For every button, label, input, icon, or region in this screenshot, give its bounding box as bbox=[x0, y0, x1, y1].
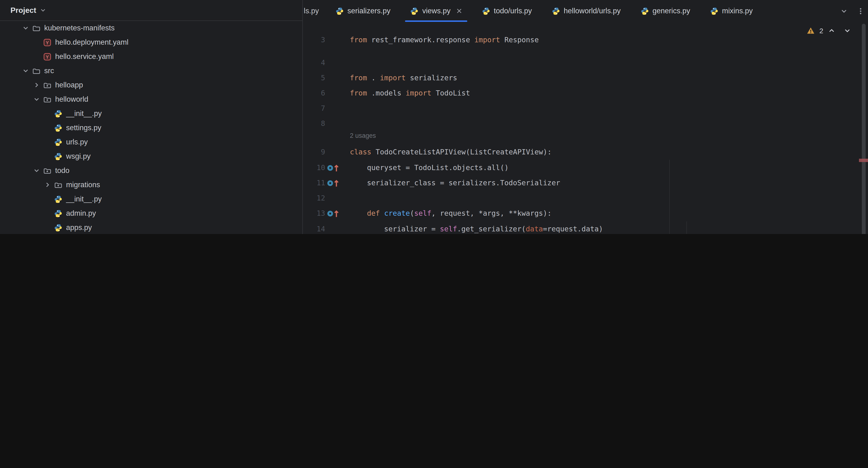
project-tree-item-kubernetes-manifests[interactable]: kubernetes-manifests bbox=[0, 21, 302, 35]
project-tree-item-admin-py[interactable]: admin.py bbox=[0, 206, 302, 221]
tree-item-label: urls.py bbox=[66, 138, 88, 146]
project-tree-item--init-py[interactable]: __init__.py bbox=[0, 106, 302, 121]
tab-label: helloworld/urls.py bbox=[564, 7, 621, 15]
line-number[interactable]: 12 bbox=[303, 191, 325, 206]
chevron-down-icon bbox=[40, 7, 46, 13]
svg-text:Y: Y bbox=[45, 40, 49, 45]
override-gutter-icon[interactable] bbox=[327, 164, 339, 172]
package-icon bbox=[43, 167, 51, 175]
tree-item-label: hello.service.yaml bbox=[55, 52, 114, 61]
python-file-icon bbox=[336, 7, 344, 15]
code-text: serializer = self.get_serializer(data=re… bbox=[350, 222, 603, 234]
code-text: from .models import TodoList bbox=[350, 86, 470, 101]
python-file-icon bbox=[410, 7, 418, 15]
code-line-6: 6from .models import TodoList bbox=[303, 86, 868, 101]
line-number[interactable]: 6 bbox=[303, 86, 325, 101]
package-icon bbox=[54, 181, 62, 189]
line-number[interactable]: 4 bbox=[303, 55, 325, 70]
tab-label: todo/urls.py bbox=[494, 7, 532, 15]
chevron-down-icon[interactable] bbox=[33, 167, 40, 174]
code-line-9: 9class TodoCreateListAPIView(ListCreateA… bbox=[303, 144, 868, 160]
editor-tab-todo-urls-py[interactable]: todo/urls.py bbox=[472, 0, 542, 22]
tree-item-label: apps.py bbox=[66, 223, 92, 232]
package-icon bbox=[43, 95, 51, 103]
editor-tab-ls-py[interactable]: ls.py bbox=[303, 0, 326, 22]
project-tree-item-wsgi-py[interactable]: wsgi.py bbox=[0, 149, 302, 163]
chevron-down-icon[interactable] bbox=[22, 67, 29, 74]
line-number[interactable]: 14 bbox=[303, 222, 325, 234]
python-icon bbox=[54, 152, 62, 160]
line-number[interactable]: 10 bbox=[303, 160, 325, 175]
editor-tab-helloworld-urls-py[interactable]: helloworld/urls.py bbox=[542, 0, 631, 22]
tab-label: serializers.py bbox=[347, 7, 391, 15]
tree-item-label: wsgi.py bbox=[66, 152, 91, 161]
line-number[interactable]: 5 bbox=[303, 70, 325, 86]
python-icon bbox=[54, 138, 62, 146]
python-icon bbox=[54, 224, 62, 232]
tree-item-label: src bbox=[44, 67, 54, 75]
line-number[interactable]: 13 bbox=[303, 206, 325, 221]
project-tree-item-helloapp[interactable]: helloapp bbox=[0, 78, 302, 92]
chevron-down-icon[interactable] bbox=[22, 25, 29, 31]
yaml-icon: Y bbox=[43, 53, 51, 61]
editor-tab-mixins-py[interactable]: mixins.py bbox=[700, 0, 763, 22]
code-text: queryset = TodoList.objects.all() bbox=[350, 160, 508, 175]
code-line-7: 7 bbox=[303, 101, 868, 116]
chevron-right-icon[interactable] bbox=[33, 82, 40, 88]
tab-label: mixins.py bbox=[722, 7, 753, 15]
line-number[interactable]: 8 bbox=[303, 116, 325, 131]
tree-item-label: todo bbox=[55, 166, 69, 175]
code-line-14: 14serializer = self.get_serializer(data=… bbox=[303, 222, 868, 234]
code-line-10: 10queryset = TodoList.objects.all() bbox=[303, 160, 868, 175]
tab-bar-extra bbox=[840, 0, 864, 22]
project-tree-item-urls-py[interactable]: urls.py bbox=[0, 135, 302, 149]
code-text: serializer_class = serializers.TodoSeria… bbox=[350, 175, 560, 191]
code-line-3: 3from rest_framework.response import Res… bbox=[303, 32, 868, 47]
project-tree-item-src[interactable]: src bbox=[0, 64, 302, 78]
python-file-icon bbox=[641, 7, 649, 15]
project-tree-item-settings-py[interactable]: settings.py bbox=[0, 121, 302, 135]
python-icon bbox=[54, 109, 62, 118]
tree-item-label: migrations bbox=[66, 180, 100, 189]
editor-tab-bar: ls.pyserializers.pyviews.pytodo/urls.pyh… bbox=[303, 0, 868, 22]
project-tree-item-hello-deployment-yaml[interactable]: Yhello.deployment.yaml bbox=[0, 35, 302, 49]
line-number[interactable]: 11 bbox=[303, 175, 325, 191]
tab-list-chevron-icon[interactable] bbox=[840, 7, 847, 14]
tree-item-label: helloworld bbox=[55, 95, 88, 104]
line-number[interactable]: 7 bbox=[303, 101, 325, 116]
project-tree-item-migrations[interactable]: migrations bbox=[0, 178, 302, 192]
close-icon[interactable] bbox=[456, 8, 462, 14]
python-file-icon bbox=[710, 7, 718, 15]
code-text: from rest_framework.response import Resp… bbox=[350, 32, 539, 47]
editor-tab-generics-py[interactable]: generics.py bbox=[630, 0, 700, 22]
project-tree-item--init-py[interactable]: __init__.py bbox=[0, 192, 302, 206]
code-line-5: 5from . import serializers bbox=[303, 70, 868, 86]
python-icon bbox=[54, 124, 62, 132]
editor-tab-views-py[interactable]: views.py bbox=[401, 0, 472, 22]
code-text: def create(self, request, *args, **kwarg… bbox=[350, 206, 552, 221]
tree-item-label: settings.py bbox=[66, 124, 101, 132]
code-editor[interactable]: 2 2 usages3from rest_framework.response … bbox=[303, 22, 868, 234]
override-gutter-icon[interactable] bbox=[327, 179, 339, 187]
tree-item-label: kubernetes-manifests bbox=[44, 24, 115, 32]
tree-item-label: __init__.py bbox=[66, 195, 102, 203]
tree-item-label: __init__.py bbox=[66, 109, 102, 118]
editor-tab-serializers-py[interactable]: serializers.py bbox=[326, 0, 401, 22]
code-line-8: 8 bbox=[303, 116, 868, 131]
code-text: class TodoCreateListAPIView(ListCreateAP… bbox=[350, 144, 552, 160]
package-icon bbox=[43, 81, 51, 89]
project-tree-item-apps-py[interactable]: apps.py bbox=[0, 221, 302, 234]
line-number[interactable]: 9 bbox=[303, 144, 325, 160]
usages-hint[interactable]: 2 usages bbox=[350, 132, 376, 139]
chevron-right-icon[interactable] bbox=[44, 181, 51, 188]
override-gutter-icon[interactable] bbox=[327, 209, 339, 218]
pycharm-window: Project kubernetes-manifestsYhello.deplo… bbox=[0, 0, 868, 234]
tab-options-kebab-icon[interactable] bbox=[857, 7, 864, 14]
project-panel-header[interactable]: Project bbox=[0, 0, 302, 21]
project-tree-item-todo[interactable]: todo bbox=[0, 163, 302, 178]
project-tree[interactable]: kubernetes-manifestsYhello.deployment.ya… bbox=[0, 21, 302, 234]
chevron-down-icon[interactable] bbox=[33, 96, 40, 103]
line-number[interactable]: 3 bbox=[303, 32, 325, 47]
project-tree-item-helloworld[interactable]: helloworld bbox=[0, 92, 302, 106]
project-tree-item-hello-service-yaml[interactable]: Yhello.service.yaml bbox=[0, 49, 302, 64]
